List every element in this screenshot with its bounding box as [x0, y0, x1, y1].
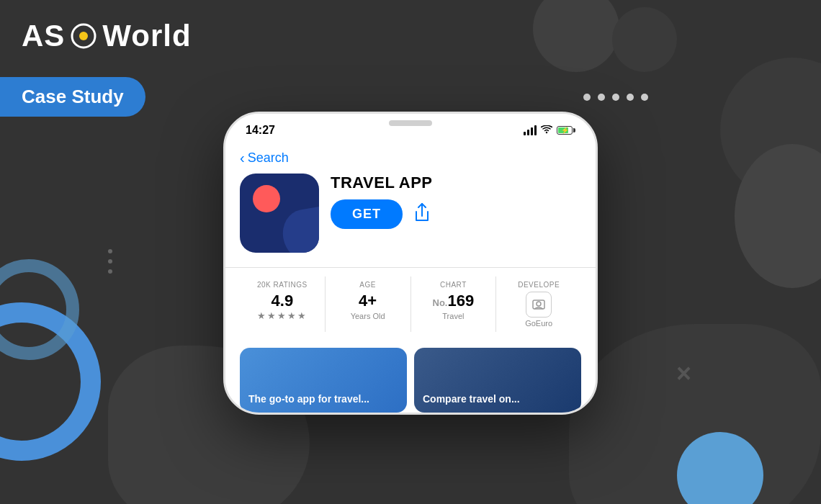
signal-icon	[524, 125, 537, 135]
phone-notch	[367, 114, 454, 132]
case-study-label: Case Study	[22, 86, 124, 107]
screenshot-card-2: Compare travel on...	[414, 348, 581, 413]
wifi-icon	[541, 125, 552, 136]
back-label: Search	[248, 150, 289, 166]
ratings-row: 20K RATINGS 4.9 ★★★★★ AGE 4+ Years Old C…	[225, 267, 596, 341]
age-value: 4+	[359, 292, 377, 310]
case-study-badge: Case Study	[0, 77, 145, 117]
chart-value: No.169	[433, 292, 475, 310]
developer-label: DEVELOPE	[518, 281, 560, 289]
chart-no-prefix: No.	[433, 297, 448, 308]
rating-chart: CHART No.169 Travel	[411, 276, 497, 332]
app-info: TRAVEL APP GET	[331, 174, 581, 229]
phone-mockup: 14:27	[223, 112, 598, 415]
chart-label: CHART	[440, 281, 467, 289]
age-label: AGE	[359, 281, 376, 289]
developer-icon	[526, 292, 552, 318]
screenshots-row: The go-to app for travel... Compare trav…	[225, 341, 596, 413]
screenshot-text-2: Compare travel on...	[423, 392, 520, 405]
svg-point-1	[79, 32, 88, 40]
battery-icon: ⚡	[557, 126, 575, 135]
rating-value: 4.9	[272, 292, 294, 310]
screenshot-text-1: The go-to app for travel...	[248, 392, 369, 405]
rating-developer: DEVELOPE GoEuro	[496, 276, 581, 332]
get-btn-row: GET	[331, 199, 581, 229]
logo-icon	[71, 23, 97, 49]
chart-number: 169	[447, 292, 474, 310]
phone-container: 14:27	[223, 112, 598, 415]
share-icon[interactable]	[414, 203, 430, 226]
phone-status-icons: ⚡	[524, 125, 575, 136]
app-name: TRAVEL APP	[331, 174, 581, 192]
rating-ratings: 20K RATINGS 4.9 ★★★★★	[240, 276, 326, 332]
back-chevron-icon: ‹	[240, 150, 245, 166]
rating-age: AGE 4+ Years Old	[326, 276, 411, 332]
screenshot-card-1: The go-to app for travel...	[240, 348, 407, 413]
developer-name: GoEuro	[525, 319, 552, 328]
app-icon	[240, 174, 319, 253]
deco-x-mark: ×	[676, 359, 691, 389]
app-icon-dot	[253, 185, 280, 212]
logo: AS World	[22, 19, 192, 53]
age-sub: Years Old	[351, 312, 385, 320]
back-nav[interactable]: ‹ Search	[225, 143, 596, 174]
notch-speaker	[389, 120, 432, 126]
rating-stars: ★★★★★	[257, 310, 308, 321]
chart-sub: Travel	[442, 312, 464, 320]
phone-time: 14:27	[246, 124, 275, 137]
ratings-count-label: 20K RATINGS	[257, 281, 308, 289]
app-detail: TRAVEL APP GET	[225, 174, 596, 267]
logo-text-as: AS	[22, 19, 65, 53]
deco-dots-left	[108, 249, 112, 274]
phone-screen: ‹ Search TRAVEL APP GET	[225, 143, 596, 413]
get-button[interactable]: GET	[331, 199, 403, 229]
logo-text-world: World	[102, 19, 191, 53]
app-icon-wing	[279, 206, 319, 253]
header: AS World	[0, 0, 821, 72]
svg-point-3	[537, 302, 541, 306]
deco-dots-top	[583, 94, 648, 101]
